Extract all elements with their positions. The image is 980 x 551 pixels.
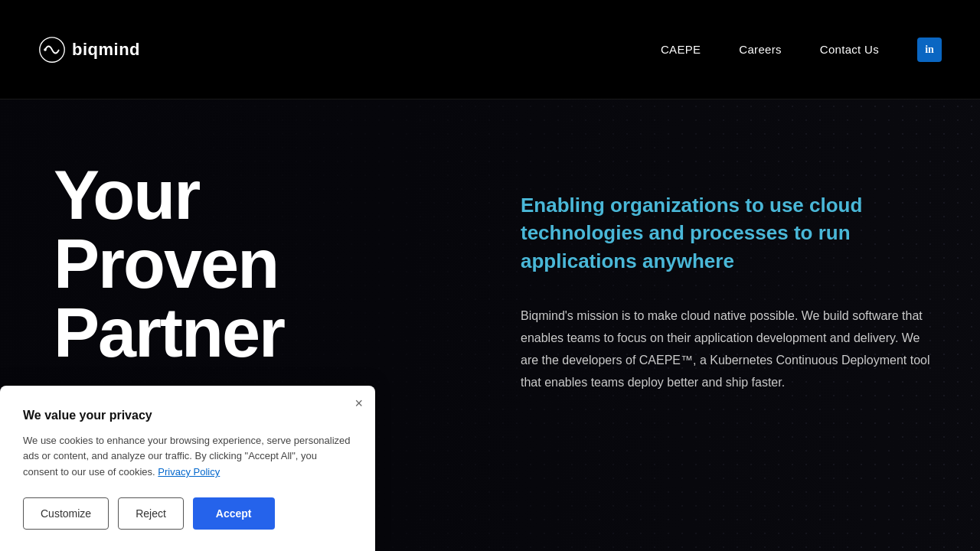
- reject-button[interactable]: Reject: [118, 497, 184, 530]
- hero-description: Biqmind's mission is to make cloud nativ…: [521, 305, 934, 393]
- navbar: biqmind CAEPE Careers Contact Us in: [0, 0, 980, 99]
- privacy-policy-link[interactable]: Privacy Policy: [158, 466, 220, 478]
- nav-caepe[interactable]: CAEPE: [661, 43, 701, 56]
- hero-tagline: Enabling organizations to use cloud tech…: [521, 191, 934, 275]
- logo-text: biqmind: [72, 40, 140, 60]
- customize-button[interactable]: Customize: [23, 497, 109, 530]
- hero-line2: Proven: [54, 230, 459, 298]
- hero-right: Enabling organizations to use cloud tech…: [490, 99, 980, 551]
- svg-point-1: [44, 48, 47, 51]
- linkedin-button[interactable]: in: [917, 37, 942, 62]
- cookie-text: We use cookies to enhance your browsing …: [23, 433, 352, 481]
- logo[interactable]: biqmind: [38, 36, 140, 64]
- accept-button[interactable]: Accept: [193, 497, 275, 530]
- cookie-title: We value your privacy: [23, 409, 352, 422]
- nav-contact[interactable]: Contact Us: [820, 43, 879, 56]
- nav-careers[interactable]: Careers: [739, 43, 781, 56]
- cookie-banner: × We value your privacy We use cookies t…: [0, 386, 375, 551]
- cookie-buttons: Customize Reject Accept: [23, 497, 352, 530]
- hero-line3: Partner: [54, 298, 459, 367]
- hero-line1: Your: [54, 161, 459, 230]
- linkedin-icon: in: [925, 44, 934, 56]
- hero-heading: Your Proven Partner: [54, 161, 459, 367]
- cookie-close-button[interactable]: ×: [354, 396, 363, 410]
- nav-links: CAEPE Careers Contact Us in: [661, 37, 942, 62]
